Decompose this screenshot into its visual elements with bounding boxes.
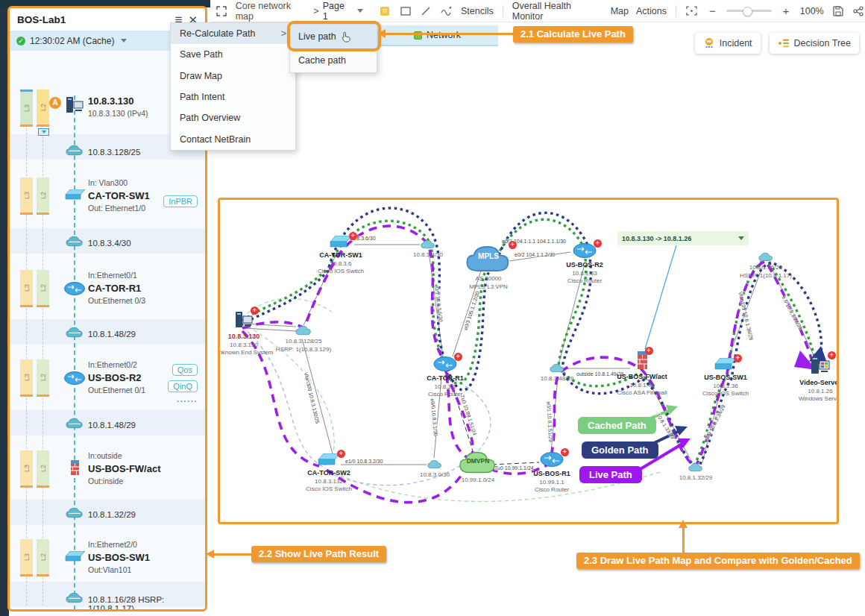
map-node-us-bos-r2[interactable]: + US-BOS-R2 10.8.1.53 Cisco Router: [550, 243, 619, 286]
more-dots[interactable]: ······: [177, 397, 198, 406]
annotation-2-2: 2.2 Show Live Path Result: [251, 546, 386, 562]
panel-title: BOS-Lab1: [17, 14, 169, 25]
legend-live-path: Live Path: [579, 466, 642, 483]
rectangle-tool-icon[interactable]: [399, 4, 412, 18]
hop-network[interactable]: 10.8.1.48/29: [10, 418, 205, 437]
breadcrumb-map-name[interactable]: Core network map: [236, 1, 310, 22]
network-map-canvas[interactable]: e1/0 10.8.3.6/30 e0/1 10.8.3.5/30 e0/3 1…: [218, 198, 839, 524]
map-node-us-bos-r1[interactable]: + US-BOS-R1 10.99.1.1 Cisco Router: [518, 452, 586, 494]
cloud-icon: [64, 507, 85, 521]
status-plus-icon: +: [454, 353, 462, 361]
breadcrumb-page[interactable]: Page 1: [323, 1, 352, 22]
legend-golden-path: Golden Path: [582, 441, 658, 459]
save-icon[interactable]: [831, 4, 845, 18]
status-plus-icon: +: [645, 347, 653, 355]
line-tool-icon[interactable]: [420, 4, 433, 18]
recalculate-submenu: Live path Cache path: [289, 24, 377, 73]
endpoint-a-badge: A: [49, 97, 61, 109]
zoom-level: 100%: [800, 6, 824, 16]
tab-network[interactable]: Network: [377, 25, 498, 46]
stencils-button[interactable]: Stencils: [461, 6, 494, 16]
map-node-cloud-10-8-1-48[interactable]: 10.8.1.48/29: [523, 363, 591, 383]
chevron-down-icon[interactable]: [357, 9, 363, 13]
menu-item-save-path[interactable]: Save Path: [171, 44, 295, 65]
expand-icon[interactable]: [215, 4, 228, 18]
hop-network[interactable]: 10.8.1.16/28 HSRP: 1(10.8.1.17): [10, 592, 205, 612]
map-node-ca-tor-sw1[interactable]: + CA-TOR-SW1 10.8.3.6 Cisco IOS Switch: [306, 236, 375, 276]
zoom-slider[interactable]: [726, 10, 772, 12]
status-plus-icon: +: [734, 354, 742, 362]
chevron-down-icon[interactable]: [121, 39, 127, 43]
fit-screen-icon[interactable]: [685, 4, 699, 18]
map-node-cloud-10-8-3-128[interactable]: 10.8.3.128/25 HSRP: 1(10.8.3.129): [269, 325, 338, 353]
zoom-slider-knob[interactable]: [743, 7, 752, 16]
map-node-cloud-10-8-1-16[interactable]: 10.8.1.16/28 HSRP: 1(10.8.1.17): [732, 252, 800, 280]
cloud-icon: [64, 592, 85, 606]
expand-chevron-icon[interactable]: [38, 128, 49, 136]
breadcrumb-separator: >: [313, 6, 318, 16]
map-node-us-bos-fw[interactable]: + US-BOS-FW/act 10.8.1.49 Cisco ASA Fire…: [608, 351, 676, 397]
menu-item-recalculate-path[interactable]: Re-Calculate Path >: [171, 23, 295, 44]
hop-ca-tor-r1[interactable]: L3 L2 In:Ethernet0/1 CA-TOR-R1 Out:Ether…: [10, 270, 205, 319]
cloud-icon: [64, 145, 85, 159]
map-node-cloud-10-8-1-32[interactable]: 10.8.1.32/29: [661, 462, 730, 483]
map-node-us-bos-sw1[interactable]: + US-BOS-SW1 10.8.1.36 Cisco IOS Switch: [691, 358, 760, 398]
zoom-out-button[interactable]: −: [706, 4, 720, 18]
netbrain-app: { "icons": {"hamburger":"≡","close":"✕",…: [0, 0, 865, 616]
status-plus-icon: +: [594, 239, 602, 248]
success-icon: ✓: [16, 37, 25, 45]
map-node-cloud-10-8-3-4[interactable]: 10.8.3.4/30: [394, 239, 462, 260]
map-node-ca-tor-sw2[interactable]: + CA-TOR-SW2 10.8.3.132 Cisco IOS Switch: [295, 453, 363, 494]
zoom-in-button[interactable]: +: [779, 4, 793, 18]
inpbr-tag[interactable]: InPBR: [163, 195, 198, 207]
cloud-icon: [64, 418, 85, 432]
hop-network[interactable]: 10.8.1.32/29: [10, 507, 205, 527]
server-icon: [64, 95, 85, 118]
cloud-icon: [64, 327, 85, 341]
qinq-tag[interactable]: QinQ: [168, 380, 198, 392]
status-plus-icon: +: [349, 232, 357, 240]
submenu-item-live-path[interactable]: Live path: [290, 25, 377, 48]
annotation-2-1: 2.1 Calculate Live Path: [513, 26, 633, 43]
menu-item-contact-netbrain[interactable]: Contact NetBrain: [171, 128, 295, 149]
cache-timestamp[interactable]: 12:30:02 AM (Cache): [30, 36, 114, 46]
hop-network[interactable]: 10.8.1.48/29: [10, 327, 205, 346]
hop-us-bos-r2[interactable]: L3 L2 In:Ethernet0/2 US-BOS-R2 Out:Ether…: [10, 359, 205, 409]
router-icon: [64, 282, 85, 298]
incident-icon: [703, 37, 715, 49]
map-menu-button[interactable]: Map: [611, 6, 629, 16]
menu-item-path-overview[interactable]: Path Overview: [171, 107, 295, 128]
map-toolbar: Core network map > Page 1 Stencils Overa…: [210, 0, 865, 22]
hop-ca-tor-sw1[interactable]: L3 L2 In: Vlan300 CA-TOR-SW1 Out: Ethern…: [10, 177, 205, 227]
chevron-down-icon: [738, 236, 744, 240]
menu-item-path-intent[interactable]: Path Intent: [171, 87, 295, 107]
breadcrumb[interactable]: Core network map > Page 1: [236, 1, 364, 22]
menu-item-draw-map[interactable]: Draw Map: [171, 66, 295, 87]
path-selector-dropdown[interactable]: 10.8.3.130 -> 10.8.1.26: [617, 231, 749, 245]
path-line: [74, 95, 75, 610]
hop-us-bos-sw1[interactable]: L3 L2 In:Ethernet2/0 US-BOS-SW1 Out:Vlan…: [10, 539, 205, 588]
decision-tree-button[interactable]: Decision Tree: [770, 33, 859, 54]
incident-button[interactable]: Incident: [695, 33, 761, 54]
hop-network[interactable]: 10.8.3.4/30: [10, 236, 205, 255]
map-node-video-server[interactable]: + Video-Server 10.8.1.26 Windows Server: [786, 355, 839, 403]
switch-icon: [64, 189, 85, 204]
actions-menu-button[interactable]: Actions: [636, 6, 667, 16]
note-tool-icon[interactable]: [378, 4, 391, 18]
cloud-icon: [64, 236, 85, 250]
legend-cached-path: Cached Path: [578, 417, 656, 434]
map-node-dmvpn-cloud[interactable]: DMVPN 10.99.1.0/24: [444, 450, 512, 485]
qos-tag[interactable]: Qos: [172, 364, 198, 376]
map-node-ca-tor-r1[interactable]: + CA-TOR-R1 10.8.3.1 Cisco Router: [411, 356, 479, 399]
submenu-item-cache-path[interactable]: Cache path: [290, 48, 377, 72]
hop-us-bos-fw[interactable]: L3 L2 In:outside US-BOS-FW/act Out:insid…: [10, 450, 205, 500]
overall-health-monitor-button[interactable]: Overall Health Monitor: [512, 1, 603, 22]
annotation-2-3: 2.3 Draw Live Path Map and Compare with …: [576, 553, 860, 569]
share-icon[interactable]: [852, 4, 865, 18]
status-plus-icon: +: [251, 307, 259, 315]
curve-tool-icon[interactable]: [440, 4, 453, 18]
status-plus-icon: +: [828, 351, 836, 359]
map-node-mpls-cloud[interactable]: MPLS + AS 30000 MPLS L3 VPN: [454, 245, 523, 291]
router-icon: [64, 371, 85, 388]
hand-cursor-icon: [341, 31, 350, 43]
